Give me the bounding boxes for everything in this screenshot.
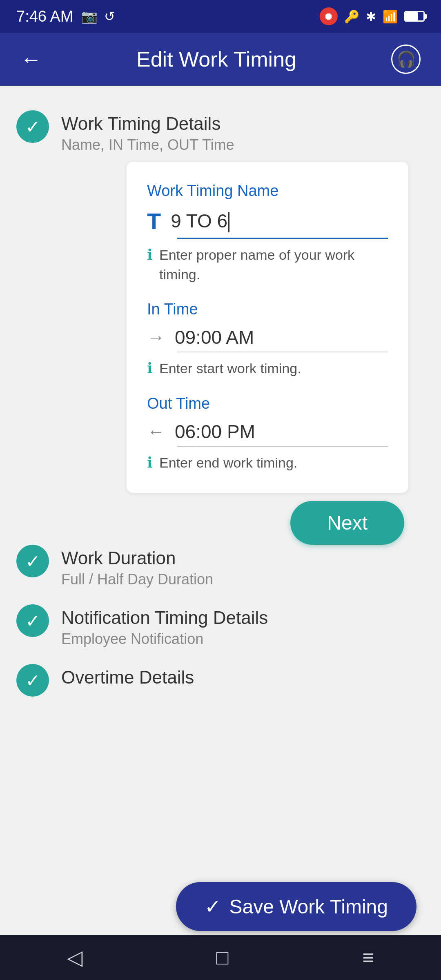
section-content-1: Work Timing Details Name, IN Time, OUT T… bbox=[61, 110, 425, 545]
text-icon: T bbox=[147, 208, 161, 234]
save-button-container: ✓ Save Work Timing bbox=[0, 882, 441, 931]
key-icon: 🔑 bbox=[344, 9, 359, 24]
back-button[interactable]: ← bbox=[20, 47, 42, 71]
section-overtime-details: ✓ Overtime Details bbox=[0, 656, 441, 705]
out-time-input-row: ← 06:00 PM bbox=[147, 421, 388, 443]
headset-icon: 🎧 bbox=[396, 50, 416, 68]
section-subtitle-3: Employee Notification bbox=[61, 630, 268, 648]
in-time-value[interactable]: 09:00 AM bbox=[175, 326, 388, 348]
save-label: Save Work Timing bbox=[229, 895, 388, 918]
name-underline bbox=[177, 238, 388, 239]
out-time-field: Out Time ← 06:00 PM ℹ Enter end work tim… bbox=[147, 395, 388, 473]
info-icon-3: ℹ bbox=[147, 454, 153, 471]
section-work-timing-details: ✓ Work Timing Details Name, IN Time, OUT… bbox=[0, 102, 441, 553]
out-time-hint-text: Enter end work timing. bbox=[159, 453, 297, 473]
work-timing-name-input-row: T 9 TO 6 bbox=[147, 208, 388, 234]
section-content-3: Notification Timing Details Employee Not… bbox=[61, 604, 268, 648]
check-circle-2: ✓ bbox=[16, 545, 49, 577]
section-text-1: Work Timing Details Name, IN Time, OUT T… bbox=[61, 110, 425, 154]
headset-button[interactable]: 🎧 bbox=[391, 45, 421, 74]
info-icon-2: ℹ bbox=[147, 360, 153, 377]
section-notification-timing: ✓ Notification Timing Details Employee N… bbox=[0, 596, 441, 656]
section-left-4: ✓ bbox=[16, 664, 49, 697]
in-time-field: In Time → 09:00 AM ℹ Enter start work ti… bbox=[147, 301, 388, 379]
section-content-4: Overtime Details bbox=[61, 664, 194, 690]
record-icon: ⏺ bbox=[320, 7, 338, 25]
out-time-value[interactable]: 06:00 PM bbox=[175, 421, 388, 443]
app-title: Edit Work Timing bbox=[136, 47, 296, 71]
info-icon-1: ℹ bbox=[147, 246, 153, 263]
work-timing-card: Work Timing Name T 9 TO 6 ℹ Enter proper… bbox=[127, 162, 408, 493]
in-time-hint-text: Enter start work timing. bbox=[159, 359, 301, 379]
status-bar: 7:46 AM 📷 ↺ ⏺ 🔑 ✱ 📶 bbox=[0, 0, 441, 33]
section-title-4: Overtime Details bbox=[61, 667, 194, 688]
section-title-3: Notification Timing Details bbox=[61, 608, 268, 628]
in-time-underline bbox=[177, 352, 388, 352]
section-work-duration: ✓ Work Duration Full / Half Day Duration bbox=[0, 537, 441, 596]
check-circle-4: ✓ bbox=[16, 664, 49, 697]
status-right: ⏺ 🔑 ✱ 📶 bbox=[320, 7, 425, 25]
battery-icon bbox=[404, 11, 425, 22]
save-check-icon: ✓ bbox=[205, 895, 221, 918]
status-icons: 📷 ↺ bbox=[81, 9, 115, 24]
section-title-1: Work Timing Details bbox=[61, 114, 425, 134]
in-time-label: In Time bbox=[147, 301, 388, 318]
name-hint-text: Enter proper name of your work timing. bbox=[159, 245, 388, 284]
bluetooth-icon: ✱ bbox=[366, 9, 376, 24]
rotation-icon: ↺ bbox=[104, 9, 115, 24]
nav-back-icon[interactable]: ◁ bbox=[67, 946, 82, 969]
signal-icon: 📶 bbox=[383, 9, 398, 24]
section-subtitle-2: Full / Half Day Duration bbox=[61, 571, 213, 588]
check-circle-1: ✓ bbox=[16, 110, 49, 143]
left-arrow-icon: ← bbox=[147, 421, 165, 442]
in-time-input-row: → 09:00 AM bbox=[147, 326, 388, 348]
check-circle-3: ✓ bbox=[16, 604, 49, 637]
out-time-label: Out Time bbox=[147, 395, 388, 412]
right-arrow-icon: → bbox=[147, 327, 165, 347]
nav-menu-icon[interactable]: ≡ bbox=[362, 946, 374, 969]
main-content: ✓ Work Timing Details Name, IN Time, OUT… bbox=[0, 86, 441, 770]
section-left-1: ✓ bbox=[16, 110, 49, 147]
out-time-underline bbox=[177, 446, 388, 447]
work-timing-name-label: Work Timing Name bbox=[147, 182, 388, 200]
section-left-2: ✓ bbox=[16, 545, 49, 581]
out-time-hint-row: ℹ Enter end work timing. bbox=[147, 453, 388, 473]
status-left: 7:46 AM 📷 ↺ bbox=[16, 8, 115, 25]
nav-home-icon[interactable]: □ bbox=[216, 946, 228, 969]
in-time-hint-row: ℹ Enter start work timing. bbox=[147, 359, 388, 379]
work-timing-name-value[interactable]: 9 TO 6 bbox=[171, 210, 388, 233]
section-title-2: Work Duration bbox=[61, 548, 213, 568]
nav-bar: ◁ □ ≡ bbox=[0, 935, 441, 980]
section-content-2: Work Duration Full / Half Day Duration bbox=[61, 545, 213, 588]
section-subtitle-1: Name, IN Time, OUT Time bbox=[61, 136, 425, 154]
app-bar: ← Edit Work Timing 🎧 bbox=[0, 33, 441, 86]
work-timing-name-field: Work Timing Name T 9 TO 6 ℹ Enter proper… bbox=[147, 182, 388, 284]
save-work-timing-button[interactable]: ✓ Save Work Timing bbox=[176, 882, 416, 931]
name-hint-row: ℹ Enter proper name of your work timing. bbox=[147, 245, 388, 284]
camera-icon: 📷 bbox=[81, 9, 98, 24]
section-left-3: ✓ bbox=[16, 604, 49, 641]
status-time: 7:46 AM bbox=[16, 8, 73, 25]
